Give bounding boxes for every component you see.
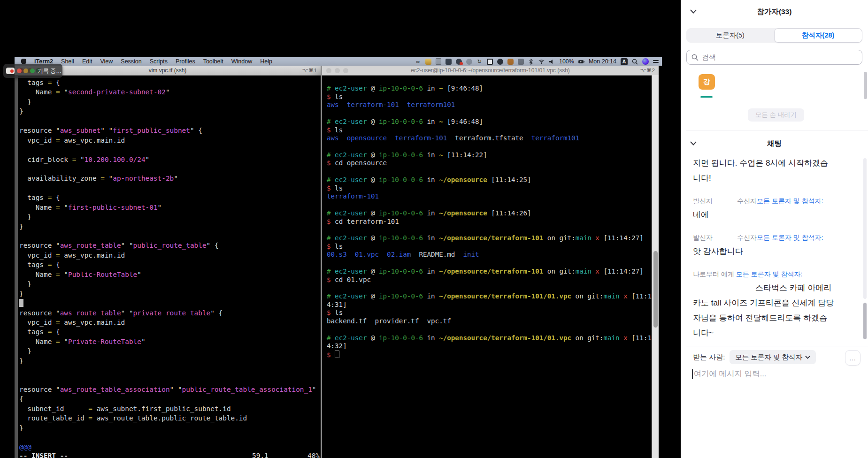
screen-recording-indicator[interactable]: 기록 중… bbox=[3, 64, 62, 78]
terminal-line: availability_zone = "ap-northeast-2b" bbox=[19, 174, 316, 183]
traffic-lights-inactive bbox=[326, 68, 348, 73]
terminal-line: resource "aws_route_table" "private_rout… bbox=[19, 308, 316, 318]
chat-input[interactable]: 여기에 메시지 입력... bbox=[692, 369, 766, 379]
terminal-line: $ ls bbox=[327, 243, 652, 251]
terminal-line bbox=[19, 433, 316, 442]
siri-icon[interactable] bbox=[642, 58, 649, 65]
terminal-line bbox=[327, 284, 652, 292]
zoom-button[interactable] bbox=[343, 68, 348, 73]
terminal-line bbox=[327, 201, 652, 209]
terminal-line: } bbox=[19, 289, 316, 298]
terminal-line: resource "aws_route_table" "public_route… bbox=[19, 241, 316, 250]
chat-input-divider bbox=[686, 346, 868, 346]
menu-item-scripts[interactable]: Scripts bbox=[150, 58, 168, 65]
terminal-line: Name = "Private-RouteTable" bbox=[19, 337, 316, 346]
docker-icon[interactable] bbox=[446, 59, 452, 65]
terminal-line: backend.tf provider.tf vpc.tf bbox=[327, 317, 652, 326]
terminal-line bbox=[327, 326, 652, 334]
menu-item-window[interactable]: Window bbox=[231, 58, 252, 65]
menu-clock[interactable]: Mon 20:14 bbox=[589, 58, 616, 65]
terminal-line bbox=[327, 259, 652, 267]
chat-scrollbar-thumb[interactable] bbox=[863, 303, 867, 339]
terminal-line: resource "aws_route_table_association" "… bbox=[19, 385, 316, 394]
participant-search-input[interactable]: 검색 bbox=[686, 50, 862, 65]
clipboard-icon[interactable] bbox=[436, 58, 441, 65]
volume-icon[interactable] bbox=[549, 59, 555, 65]
ssh-terminal-content[interactable]: # ec2-user @ ip-10-0-0-6 in ~ [9:46:48]$… bbox=[327, 84, 652, 359]
chat-messages[interactable]: 지면 됩니다. 수업은 8시에 시작하겠습니다!발신지수신자모든 토론자 및 참… bbox=[693, 156, 858, 349]
terminal-line: tags = { bbox=[19, 327, 316, 336]
ssh-window-titlebar[interactable]: ec2-user@ip-10-0-0-6:~/opensource/terraf… bbox=[322, 66, 659, 76]
battery-percent: 100% bbox=[559, 58, 574, 65]
terminal-line: $ cd terraform-101 bbox=[327, 218, 652, 226]
recipient-dropdown[interactable]: 모든 토론자 및 참석자 bbox=[730, 350, 816, 364]
terminal-line bbox=[19, 116, 316, 126]
menu-item-shell[interactable]: Shell bbox=[61, 58, 74, 65]
vim-terminal-window: vim vpc.tf (ssh) ⌥⌘1 tags = { Name = "se… bbox=[15, 66, 321, 458]
terminal-line bbox=[327, 143, 652, 151]
terminal-line: } bbox=[19, 107, 316, 116]
terminal-line: $ cd 01.vpc bbox=[327, 276, 652, 284]
tab-attendees[interactable]: 참석자(28) bbox=[774, 28, 863, 43]
control-center-icon[interactable] bbox=[653, 60, 659, 63]
sync-icon[interactable]: ↻ bbox=[476, 59, 483, 65]
terminal-line: vpc_id = aws_vpc.main.id bbox=[19, 136, 316, 145]
lower-all-hands-button[interactable]: 모든 손 내리기 bbox=[748, 108, 804, 122]
menu-item-profiles[interactable]: Profiles bbox=[176, 58, 195, 65]
glasses-icon[interactable]: ∞ bbox=[415, 59, 421, 65]
participants-title: 참가자(33) bbox=[681, 7, 868, 17]
terminal-line: # ec2-user @ ip-10-0-0-6 in ~/opensource… bbox=[327, 234, 652, 243]
vim-window-title: vim vpc.tf (ssh) bbox=[149, 67, 187, 74]
window-icon[interactable] bbox=[487, 59, 493, 65]
terminal-line: $ bbox=[327, 351, 652, 359]
terminal-cursor bbox=[335, 351, 339, 358]
terminal-line: } bbox=[19, 212, 316, 221]
close-button[interactable] bbox=[326, 68, 331, 73]
bee-icon[interactable] bbox=[507, 59, 514, 65]
participants-scrollbar-thumb[interactable] bbox=[864, 72, 867, 99]
terminal-scrollbar-track[interactable] bbox=[652, 75, 659, 458]
chat-more-button[interactable]: … bbox=[845, 350, 860, 366]
terminal-line: tags = { bbox=[19, 78, 316, 87]
section-divider bbox=[686, 130, 868, 130]
send-to-label: 받는 사람: bbox=[693, 353, 725, 362]
ssh-window-shortcut: ⌥⌘2 bbox=[640, 67, 655, 74]
vim-scroll-percent: 48% bbox=[307, 452, 320, 458]
terminal-line: Name = "Public-RouteTable" bbox=[19, 270, 316, 279]
chat-scrollbar-track[interactable] bbox=[863, 158, 867, 299]
menu-item-help[interactable]: Help bbox=[260, 58, 272, 65]
send-to-row: 받는 사람: 모든 토론자 및 참석자 bbox=[693, 350, 816, 364]
terminal-line bbox=[19, 298, 316, 308]
menu-item-session[interactable]: Session bbox=[121, 58, 141, 65]
vim-window-shortcut: ⌥⌘1 bbox=[302, 67, 317, 74]
chat-message: 지면 됩니다. 수업은 8시에 시작하겠습니다! bbox=[693, 156, 858, 186]
terminal-line: cidr_block = "10.200.100.0/24" bbox=[19, 155, 316, 164]
chat-title: 채팅 bbox=[681, 139, 868, 149]
terminal-line: resource "aws_subnet" "first_public_subn… bbox=[19, 126, 316, 135]
terminal-scrollbar-thumb[interactable] bbox=[653, 251, 658, 328]
search-icon bbox=[691, 54, 699, 61]
input-source-badge[interactable]: A bbox=[621, 58, 628, 65]
chat-message: 발신자수신자모든 토론자 및 참석자:앗 감사합니다 bbox=[693, 231, 858, 259]
terminal-line bbox=[19, 231, 316, 241]
minimize-button[interactable] bbox=[335, 68, 340, 73]
spiral-icon[interactable] bbox=[497, 59, 503, 65]
menu-item-toolbelt[interactable]: Toolbelt bbox=[203, 58, 223, 65]
bluetooth-icon[interactable] bbox=[528, 59, 534, 65]
spotlight-search-icon[interactable] bbox=[632, 59, 638, 65]
battery-icon[interactable] bbox=[578, 59, 584, 65]
participant-avatar[interactable]: 강 bbox=[699, 74, 715, 90]
terminal-line: # ec2-user @ ip-10-0-0-6 in ~ [11:14:22] bbox=[327, 151, 652, 160]
wifi-icon[interactable] bbox=[538, 59, 545, 65]
fortress-icon[interactable] bbox=[518, 59, 524, 65]
menu-item-edit[interactable]: Edit bbox=[82, 58, 92, 65]
vim-editor-content[interactable]: tags = { Name = "second-private-subnet-0… bbox=[19, 78, 316, 452]
shield-icon[interactable] bbox=[425, 59, 431, 65]
tab-panelists[interactable]: 토론자(5) bbox=[686, 28, 774, 43]
terminal-line: # ec2-user @ ip-10-0-0-6 in ~/opensource… bbox=[327, 267, 652, 276]
vim-status-line: -- INSERT -- 59,1 48% bbox=[19, 452, 321, 458]
terminal-line: } bbox=[19, 356, 316, 366]
chat-bubble-icon[interactable] bbox=[466, 59, 472, 65]
menu-item-view[interactable]: View bbox=[100, 58, 113, 65]
activity-recording-icon[interactable] bbox=[456, 59, 462, 65]
